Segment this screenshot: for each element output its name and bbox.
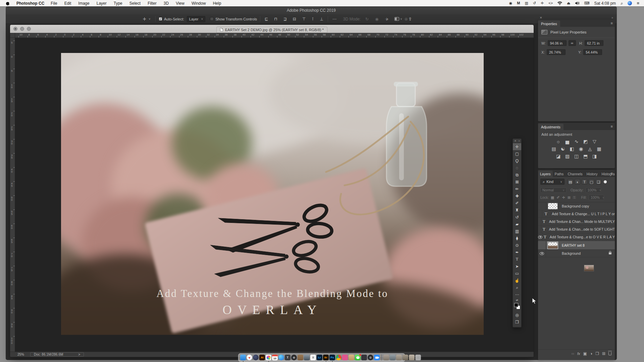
- wifi-icon[interactable]: [557, 1, 562, 5]
- vertical-ruler[interactable]: 5051 01 52 02 53 03 54 04 55 05 56 06 57…: [10, 38, 15, 352]
- crosshair-icon[interactable]: ✛: [541, 1, 544, 5]
- path-selection-tool[interactable]: ➤: [513, 263, 521, 270]
- opacity-dropdown[interactable]: 100% ∨: [586, 187, 601, 193]
- spot-healing-brush-tool[interactable]: ✚: [513, 192, 521, 199]
- malwarebytes-icon[interactable]: M: [517, 1, 520, 5]
- visibility-toggle[interactable]: [538, 241, 546, 249]
- layer-row[interactable]: Background: [538, 250, 615, 257]
- dock-text-document[interactable]: ≣: [310, 355, 316, 360]
- exposure-icon[interactable]: ◩: [582, 139, 589, 144]
- zoom-level[interactable]: 25%: [17, 353, 24, 356]
- apple-menu-icon[interactable]: [6, 1, 10, 5]
- layer-row[interactable]: TAdd Texture & Change... U L T I P L Y o…: [538, 210, 615, 218]
- hand-tool[interactable]: ☝: [513, 277, 521, 284]
- dock-trash[interactable]: [415, 355, 421, 360]
- photoshop-window-titlebar[interactable]: Adobe Photoshop CC 2019: [6, 6, 617, 14]
- layer-thumbnail[interactable]: T: [543, 234, 547, 240]
- layer-thumbnail[interactable]: [546, 203, 559, 209]
- new-adjustment-layer-icon[interactable]: ◑: [590, 351, 592, 356]
- ruler-origin-corner[interactable]: [10, 33, 15, 38]
- toolbar-expand-icon[interactable]: »: [519, 139, 520, 142]
- menu-select[interactable]: Select: [129, 1, 141, 6]
- dock-window-thumb-1[interactable]: [383, 355, 389, 360]
- dock-photoshop[interactable]: Ps: [329, 355, 335, 360]
- filter-smart-objects-icon[interactable]: ❏: [596, 179, 601, 184]
- selective-color-icon[interactable]: ◨: [591, 154, 598, 159]
- type-tool[interactable]: T: [513, 256, 521, 263]
- dodge-tool[interactable]: ⊙: [513, 242, 521, 249]
- dock-dark-circle-app[interactable]: [253, 355, 259, 360]
- align-horizontal-centers-icon[interactable]: ⊓: [273, 17, 278, 21]
- dock-chrome[interactable]: ●: [336, 355, 341, 360]
- blur-tool[interactable]: ⧫: [513, 235, 521, 242]
- toolbar-close-icon[interactable]: ✕: [514, 139, 517, 142]
- foreground-color-chip[interactable]: [514, 303, 518, 307]
- default-swap-colors[interactable]: ⇄: [513, 298, 521, 302]
- distribute-bottom-edges-icon[interactable]: ⊥: [319, 17, 325, 21]
- current-tool-chip[interactable]: ✛ ∨: [140, 16, 152, 22]
- levels-icon[interactable]: ▅: [564, 139, 571, 144]
- color-lookup-icon[interactable]: ▦: [596, 146, 602, 152]
- history-brush-tool[interactable]: ↺: [513, 214, 521, 221]
- layer-thumbnail[interactable]: [546, 242, 559, 249]
- tab-properties[interactable]: Properties: [538, 20, 560, 27]
- align-left-edges-icon[interactable]: ⊑: [263, 17, 269, 21]
- menu-photoshop-cc[interactable]: Photoshop CC: [16, 1, 44, 6]
- gradient-tool[interactable]: ▥: [513, 228, 521, 235]
- screen-mode[interactable]: ❐: [513, 318, 521, 325]
- move-tool[interactable]: ✛: [513, 143, 521, 150]
- search-icon[interactable]: ⌕: [385, 16, 390, 22]
- dock-messages[interactable]: [355, 355, 361, 360]
- brightness-contrast-icon[interactable]: ☼: [555, 139, 561, 144]
- lock-all-icon[interactable]: ⚿: [573, 195, 576, 200]
- lock-position-icon[interactable]: ✛: [562, 195, 565, 200]
- document-tab[interactable]: EARTHY Set 2 DEMO.jpg @ 25% (EARTHY set …: [216, 26, 327, 33]
- lock-paint-icon[interactable]: ✐: [557, 195, 560, 200]
- dock-dark-app[interactable]: [361, 355, 367, 360]
- filter-type-layers-icon[interactable]: T: [582, 179, 587, 184]
- collapse-panels-icon[interactable]: »: [611, 16, 613, 19]
- document-titlebar[interactable]: EARTHY Set 2 DEMO.jpg @ 25% (EARTHY set …: [10, 25, 534, 33]
- clone-stamp-tool[interactable]: ♜: [513, 206, 521, 214]
- eject-icon[interactable]: ⏏: [567, 1, 570, 5]
- tab-channels[interactable]: Channels: [566, 171, 584, 177]
- photo-filter-icon[interactable]: ◉: [578, 146, 584, 152]
- layer-thumbnail[interactable]: T: [541, 227, 547, 232]
- edit-toolbar[interactable]: ⋯: [513, 291, 521, 298]
- visibility-toggle[interactable]: [538, 233, 543, 241]
- y-field[interactable]: 54.44%: [583, 49, 602, 55]
- align-right-edges-icon[interactable]: ⊒: [282, 17, 288, 21]
- eraser-tool[interactable]: ▰: [513, 221, 521, 228]
- width-field[interactable]: 94.06 in: [548, 40, 567, 46]
- dock-illustrator[interactable]: Ai: [259, 355, 265, 360]
- layer-thumbnail[interactable]: T: [542, 211, 549, 217]
- rectangular-marquee-tool[interactable]: ▢: [513, 150, 521, 157]
- posterize-icon[interactable]: ▨: [564, 154, 571, 159]
- dock-safari[interactable]: ➤: [247, 355, 252, 360]
- zoom-window-button[interactable]: [27, 27, 31, 31]
- vibrance-icon[interactable]: ▽: [591, 139, 598, 144]
- dock-record-app[interactable]: ◎: [368, 355, 373, 360]
- rectangle-tool[interactable]: ▭: [513, 270, 521, 277]
- layer-thumbnail[interactable]: T: [541, 219, 547, 224]
- menu-help[interactable]: Help: [213, 1, 221, 6]
- layer-row[interactable]: TAdd Texture & Chan...ode to SOFT LIGHT: [538, 226, 615, 233]
- dock-calendar[interactable]: 10: [272, 355, 278, 360]
- layer-row[interactable]: TAdd Texture & Chang...e to O V E R L A …: [538, 233, 615, 241]
- lock-artboard-icon[interactable]: ⊞: [568, 195, 571, 200]
- delete-layer-icon[interactable]: [608, 352, 611, 355]
- minimize-window-button[interactable]: [20, 27, 24, 31]
- layer-row[interactable]: TAdd Texture & Chan... Mode to MULTIPLY: [538, 218, 615, 226]
- eyedropper-tool[interactable]: ✏: [513, 185, 521, 192]
- zoom-tool[interactable]: ⌕: [513, 284, 521, 291]
- tab-paths[interactable]: Paths: [553, 171, 566, 177]
- new-group-icon[interactable]: ❒: [595, 351, 599, 356]
- horizontal-ruler[interactable]: 1086420246810121416182022242628303234363…: [15, 33, 534, 38]
- curves-icon[interactable]: ∿: [573, 139, 580, 144]
- lasso-tool[interactable]: Ϙ: [513, 157, 521, 164]
- spotlight-icon[interactable]: ⌕: [621, 1, 623, 5]
- code-brackets-icon[interactable]: <>: [548, 1, 553, 5]
- workspace-switcher[interactable]: ∨: [394, 17, 402, 21]
- visibility-toggle[interactable]: [538, 226, 541, 233]
- gradient-map-icon[interactable]: ⬒: [582, 154, 589, 159]
